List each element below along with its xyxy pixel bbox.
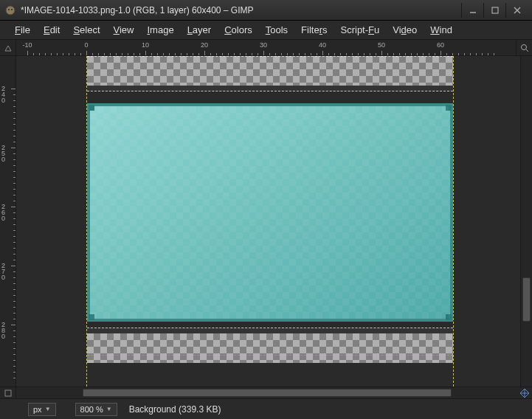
unit-selector[interactable]: px ▼	[28, 403, 56, 416]
chevron-down-icon: ▼	[106, 406, 112, 412]
selection-handle[interactable]	[446, 105, 452, 111]
zoom-value: 800 %	[80, 405, 103, 414]
selection-handle[interactable]	[89, 105, 94, 111]
scrollbar-thumb[interactable]	[522, 277, 531, 322]
unit-value: px	[33, 405, 42, 414]
menu-window[interactable]: Wind	[426, 22, 457, 38]
quickmask-toggle[interactable]	[0, 387, 16, 398]
navigate-icon[interactable]	[517, 387, 532, 398]
svg-point-2	[11, 9, 13, 10]
menu-layer[interactable]: Layer	[183, 22, 216, 38]
ruler-horizontal[interactable]: -100102030405060	[16, 40, 516, 55]
app-icon	[4, 4, 16, 16]
transparency-checker	[87, 333, 453, 363]
ruler-vertical[interactable]: 240250260270280	[0, 56, 16, 387]
canvas[interactable]	[16, 56, 520, 387]
scrollbar-horizontal[interactable]	[16, 387, 517, 398]
menubar: File Edit Select View Image Layer Colors…	[0, 21, 532, 40]
canvas-boundary	[87, 355, 453, 356]
ruler-origin-toggle[interactable]	[0, 40, 16, 56]
ruler-tick: 50	[378, 41, 385, 49]
ruler-tick: 270	[1, 263, 12, 280]
window-title: *IMAGE-1014-1033.png-1.0 (RGB, 1 layer) …	[21, 5, 461, 15]
ruler-tick: 40	[319, 41, 326, 49]
selection-handle[interactable]	[446, 314, 452, 320]
ruler-tick: -10	[22, 41, 32, 49]
svg-rect-4	[492, 7, 498, 13]
canvas-page	[86, 56, 454, 387]
chevron-down-icon: ▼	[45, 406, 51, 412]
selection-handle[interactable]	[89, 314, 94, 320]
zoom-selector[interactable]: 800 % ▼	[75, 403, 117, 416]
menu-video[interactable]: Video	[388, 22, 421, 38]
scrollbar-thumb[interactable]	[83, 389, 452, 397]
menu-select[interactable]: Select	[69, 22, 104, 38]
ruler-tick: 0	[84, 41, 88, 49]
ruler-tick: 10	[142, 41, 149, 49]
menu-filters[interactable]: Filters	[297, 22, 331, 38]
selection-marching-ants	[87, 56, 453, 91]
minimize-button[interactable]	[461, 3, 483, 18]
maximize-button[interactable]	[483, 3, 505, 18]
close-button[interactable]	[505, 3, 528, 18]
layer-content	[87, 103, 453, 322]
svg-point-0	[6, 6, 15, 15]
ruler-tick: 60	[437, 41, 444, 49]
zoom-button[interactable]	[516, 40, 532, 55]
ruler-tick: 250	[1, 145, 12, 162]
scrollbar-vertical[interactable]	[520, 56, 532, 387]
active-layer-info: Background (339.3 KB)	[123, 404, 525, 415]
svg-point-7	[521, 44, 526, 49]
ruler-tick: 30	[260, 41, 267, 49]
svg-point-1	[8, 9, 10, 10]
ruler-row: -100102030405060	[0, 40, 532, 56]
menu-file[interactable]: File	[10, 22, 35, 38]
ruler-tick: 240	[1, 86, 12, 103]
ruler-tick: 20	[201, 41, 208, 49]
scrollbar-row	[0, 387, 532, 398]
svg-rect-9	[5, 390, 11, 396]
menu-image[interactable]: Image	[142, 22, 178, 38]
ruler-tick: 280	[1, 322, 12, 339]
svg-line-8	[526, 49, 528, 52]
menu-view[interactable]: View	[109, 22, 139, 38]
window-titlebar: *IMAGE-1014-1033.png-1.0 (RGB, 1 layer) …	[0, 0, 532, 21]
menu-tools[interactable]: Tools	[261, 22, 292, 38]
menu-colors[interactable]: Colors	[220, 22, 257, 38]
menu-scriptfu[interactable]: Script-Fu	[336, 22, 384, 38]
statusbar: px ▼ 800 % ▼ Background (339.3 KB)	[0, 398, 532, 419]
ruler-tick: 260	[1, 204, 12, 221]
menu-edit[interactable]: Edit	[39, 22, 64, 38]
